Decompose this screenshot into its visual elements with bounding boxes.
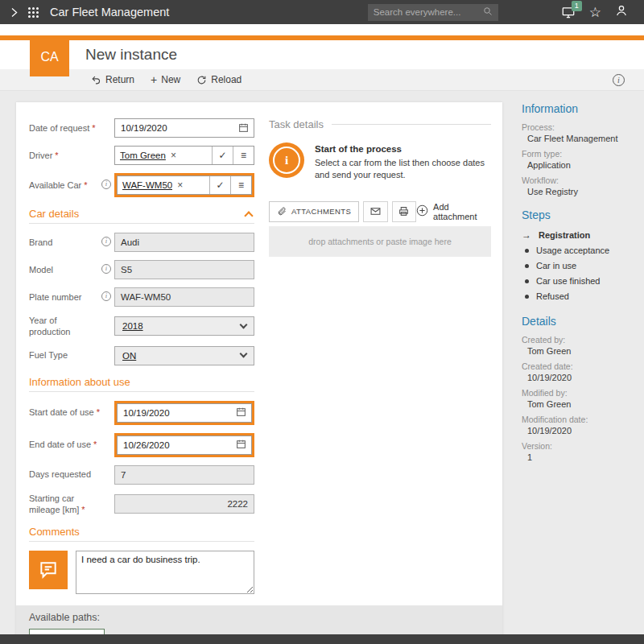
car-details-heading[interactable]: Car details [29, 208, 254, 224]
available-car-chip: WAF-WM50 × [118, 176, 209, 194]
field-model: Modeli S5 [29, 260, 254, 279]
confirm-driver-button[interactable]: ✓ [212, 147, 233, 164]
info-item-form-type: Form type: Application [522, 149, 642, 170]
search-input[interactable] [374, 7, 483, 17]
available-car-picker[interactable]: WAF-WM50 × ✓ ≡ [117, 175, 252, 195]
date-of-request-value: 10/19/2020 [121, 123, 238, 133]
user-profile-icon[interactable] [615, 4, 628, 20]
step-title: Start of the process [315, 142, 491, 155]
available-paths: Available paths: Send Request [16, 605, 502, 634]
remove-car-icon[interactable]: × [177, 180, 183, 191]
end-date-value: 10/26/2020 [123, 440, 236, 450]
info-label: Workflow: [522, 175, 642, 185]
global-search[interactable] [368, 4, 498, 21]
car-list-button[interactable]: ≡ [230, 176, 251, 194]
date-of-request-input[interactable]: 10/19/2020 [114, 118, 254, 138]
mileage-label: Starting car mileage [km]* [29, 493, 114, 516]
send-request-button[interactable]: Send Request [29, 629, 105, 634]
label-text: Starting car mileage [km] [29, 493, 79, 514]
remove-driver-icon[interactable]: × [171, 150, 176, 161]
step-label: Usage acceptance [536, 246, 609, 255]
field-plate-number: Plate numberi WAF-WM50 [29, 287, 254, 307]
task-details-heading: Task details [269, 118, 491, 130]
app-root: Car Fleet Management 1 ☆ New instance Re… [0, 0, 644, 91]
required-asterisk: * [55, 151, 58, 160]
info-value: Use Registry [522, 187, 642, 196]
info-value: Car Fleet Management [522, 134, 642, 143]
main-content: Date of request* 10/19/2020 Driver* [0, 91, 644, 634]
tasks-monitor-icon[interactable]: 1 [561, 6, 576, 19]
year-label: Year of production [29, 315, 114, 338]
model-info-icon[interactable]: i [101, 264, 111, 274]
current-step-arrow-icon: → [522, 230, 531, 240]
brand-info-icon[interactable]: i [101, 237, 111, 246]
driver-picker[interactable]: Tom Green × ✓ ≡ [114, 146, 254, 165]
task-details-column: Task details i Start of the process Sele… [254, 102, 502, 257]
available-car-chip-value[interactable]: WAF-WM50 [122, 180, 172, 190]
confirm-car-button[interactable]: ✓ [209, 176, 230, 194]
info-label: Form type: [522, 149, 642, 159]
driver-list-button[interactable]: ≡ [233, 147, 254, 164]
calendar-icon[interactable] [236, 439, 246, 451]
available-car-info-icon[interactable]: i [101, 180, 111, 189]
brand-input: Audi [114, 233, 254, 252]
add-attachment-button[interactable]: Add attachment [416, 201, 491, 222]
step-car-in-use: Car in use [522, 259, 642, 272]
field-brand: Brandi Audi [29, 233, 254, 252]
field-driver: Driver* Tom Green × ✓ ≡ [29, 146, 254, 165]
step-bullet-icon [525, 264, 529, 268]
label-text: Model [29, 265, 53, 275]
section-title: Car details [29, 208, 79, 220]
field-available-car: Available Car*i WAF-WM50 × ✓ ≡ [29, 173, 254, 197]
calendar-icon[interactable] [238, 122, 249, 134]
expand-panel-icon[interactable] [8, 6, 20, 19]
year-of-production-select[interactable]: 2018 [114, 316, 254, 336]
model-label: Modeli [29, 264, 114, 275]
tab-print[interactable] [392, 201, 416, 222]
tab-email[interactable] [363, 201, 387, 222]
favorites-star-icon[interactable]: ☆ [589, 6, 601, 19]
detail-value: Tom Green [522, 346, 642, 356]
form-fields-column: Date of request* 10/19/2020 Driver* [16, 102, 254, 594]
collapse-chevron-icon[interactable] [244, 211, 253, 220]
topbar-actions: 1 ☆ [561, 4, 636, 20]
label-text: Plate number [29, 292, 81, 302]
paperclip-icon [277, 206, 287, 217]
required-asterisk: * [84, 180, 87, 190]
app-grid-icon[interactable] [28, 7, 39, 18]
plate-info-icon[interactable]: i [101, 291, 111, 301]
app-title: Car Fleet Management [50, 6, 169, 19]
fuel-type-select[interactable]: ON [114, 346, 254, 365]
search-icon[interactable] [483, 5, 493, 19]
new-button[interactable]: + New [151, 74, 180, 85]
plate-number-input: WAF-WM50 [114, 287, 254, 307]
info-glyph: i [617, 76, 620, 85]
avatar: CA [30, 37, 69, 76]
info-glyph: i [105, 237, 107, 246]
end-date-highlight: 10/26/2020 [114, 433, 254, 457]
driver-chip-value[interactable]: Tom Green [120, 151, 166, 160]
required-asterisk: * [92, 123, 95, 133]
step-usage-acceptance: Usage acceptance [522, 244, 642, 257]
start-date-input[interactable]: 10/19/2020 [117, 403, 252, 423]
brand-label: Brandi [29, 237, 114, 248]
field-end-date-of-use: End date of use* 10/26/2020 [29, 433, 254, 457]
comments-input[interactable]: I need a car do business trip. [76, 551, 254, 594]
reload-button[interactable]: Reload [196, 74, 242, 85]
tasks-count-badge: 1 [572, 1, 582, 11]
plus-icon: + [151, 74, 157, 85]
detail-modification-date: Modification date: 10/19/2020 [522, 415, 642, 436]
info-glyph: i [105, 291, 107, 300]
attachments-dropzone[interactable]: drop attachments or paste image here [269, 226, 491, 257]
attachments-tabs: ATTACHMENTS Add attachment [269, 201, 491, 222]
end-date-input[interactable]: 10/26/2020 [117, 436, 252, 455]
tab-attachments[interactable]: ATTACHMENTS [269, 201, 359, 222]
field-days-requested: Days requested 7 [29, 465, 254, 485]
calendar-icon[interactable] [236, 407, 246, 419]
comment-bubble-icon [29, 551, 68, 589]
top-bar: Car Fleet Management 1 ☆ [0, 0, 644, 24]
form-info-icon[interactable]: i [613, 74, 625, 86]
return-button[interactable]: Return [91, 74, 134, 85]
start-date-value: 10/19/2020 [123, 408, 236, 418]
detail-value: Tom Green [522, 399, 642, 409]
